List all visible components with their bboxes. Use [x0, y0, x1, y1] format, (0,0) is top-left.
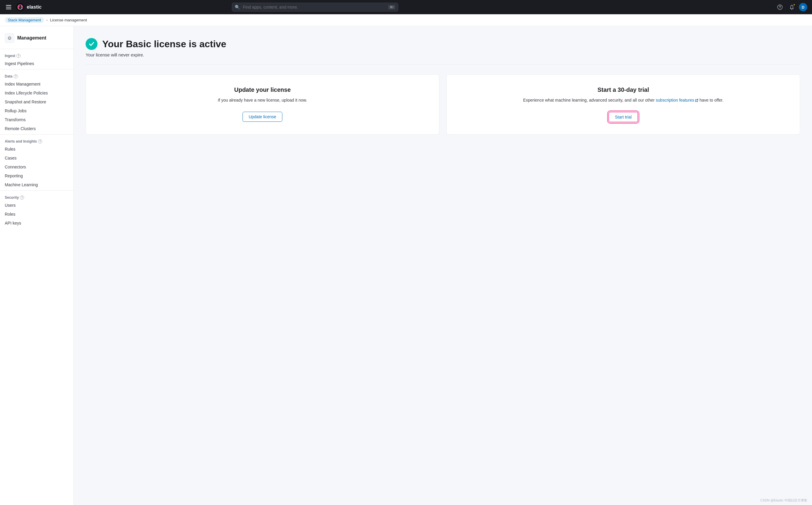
svg-point-2	[18, 5, 20, 7]
external-link-icon	[695, 99, 698, 102]
breadcrumb-current: License management	[50, 18, 87, 22]
sidebar-item-users[interactable]: Users	[0, 201, 74, 210]
user-avatar-button[interactable]: D	[799, 3, 807, 11]
sidebar-item-index-management[interactable]: Index Management	[0, 79, 74, 89]
management-icon: ⚙	[5, 33, 14, 43]
menu-toggle-button[interactable]	[5, 4, 12, 10]
sidebar-divider-3	[0, 190, 74, 191]
license-subtitle: Your license will never expire.	[86, 52, 800, 57]
update-license-card: Update your license If you already have …	[86, 74, 439, 135]
trial-card-title: Start a 30-day trial	[597, 87, 649, 93]
sidebar-item-machine-learning[interactable]: Machine Learning	[0, 180, 74, 189]
sidebar-title: Management	[17, 35, 46, 41]
breadcrumb-parent[interactable]: Stack Management	[5, 17, 44, 23]
license-active-icon	[86, 38, 98, 50]
sidebar-section-data: Data ?	[0, 71, 74, 79]
search-icon: 🔍	[235, 5, 240, 9]
sidebar-section-ingest: Ingest ?	[0, 50, 74, 59]
trial-desc-before: Experience what machine learning, advanc…	[523, 98, 656, 103]
elastic-logo-icon	[16, 3, 24, 11]
search-shortcut: ⌘/	[388, 5, 395, 9]
start-trial-card: Start a 30-day trial Experience what mac…	[446, 74, 800, 135]
sidebar: ⚙ Management Ingest ? Ingest Pipelines D…	[0, 26, 74, 505]
sidebar-item-api-keys[interactable]: API keys	[0, 219, 74, 227]
sidebar-item-ingest-pipelines[interactable]: Ingest Pipelines	[0, 59, 74, 68]
breadcrumb-bar: Stack Management › License management	[0, 14, 812, 26]
sidebar-item-reporting[interactable]: Reporting	[0, 171, 74, 180]
notifications-button[interactable]	[787, 2, 797, 12]
top-navigation: elastic 🔍 ⌘/ D	[0, 0, 812, 14]
sidebar-item-transforms[interactable]: Transforms	[0, 115, 74, 124]
sidebar-divider-1	[0, 69, 74, 69]
search-input[interactable]	[232, 3, 398, 12]
sidebar-item-connectors[interactable]: Connectors	[0, 163, 74, 171]
svg-point-5	[18, 7, 19, 9]
elastic-logo-text: elastic	[27, 4, 42, 10]
checkmark-icon	[88, 41, 95, 47]
sidebar-item-remote-clusters[interactable]: Remote Clusters	[0, 124, 74, 133]
content-divider	[86, 64, 800, 65]
svg-point-4	[21, 6, 22, 7]
help-button[interactable]	[775, 2, 785, 12]
security-help-icon[interactable]: ?	[20, 195, 24, 200]
sidebar-divider-2	[0, 134, 74, 135]
nav-right-actions: D	[775, 2, 807, 12]
sidebar-item-snapshot-restore[interactable]: Snapshot and Restore	[0, 98, 74, 106]
update-license-title: Update your license	[234, 87, 291, 93]
alerts-help-icon[interactable]: ?	[38, 139, 42, 144]
trial-card-desc: Experience what machine learning, advanc…	[523, 97, 723, 104]
help-icon	[777, 4, 783, 10]
license-header: Your Basic license is active	[86, 38, 800, 50]
sidebar-item-cases[interactable]: Cases	[0, 154, 74, 163]
data-help-icon[interactable]: ?	[14, 74, 18, 78]
global-search: 🔍 ⌘/	[232, 3, 398, 12]
elastic-logo[interactable]: elastic	[16, 3, 42, 11]
sidebar-section-alerts: Alerts and Insights ?	[0, 136, 74, 145]
sidebar-section-security: Security ?	[0, 192, 74, 201]
svg-point-0	[16, 3, 24, 11]
sidebar-item-roles[interactable]: Roles	[0, 210, 74, 219]
sidebar-header: ⚙ Management	[0, 31, 74, 47]
svg-point-6	[778, 5, 782, 9]
ingest-help-icon[interactable]: ?	[16, 54, 20, 58]
sidebar-item-index-lifecycle[interactable]: Index Lifecycle Policies	[0, 89, 74, 98]
license-cards: Update your license If you already have …	[86, 74, 800, 135]
license-title: Your Basic license is active	[102, 39, 226, 50]
notification-badge	[793, 4, 795, 6]
sidebar-divider-top	[0, 49, 74, 49]
breadcrumb-separator: ›	[46, 18, 47, 22]
main-content: Your Basic license is active Your licens…	[74, 26, 812, 505]
subscription-features-link[interactable]: subscription features	[656, 98, 698, 103]
update-license-button[interactable]: Update license	[243, 112, 283, 122]
svg-point-3	[21, 7, 22, 9]
sidebar-item-rules[interactable]: Rules	[0, 145, 74, 154]
update-license-desc: If you already have a new license, uploa…	[218, 97, 307, 104]
watermark: CSDN @Elastic 中国社区方博客	[760, 498, 807, 503]
trial-desc-after: have to offer.	[698, 98, 724, 103]
main-layout: ⚙ Management Ingest ? Ingest Pipelines D…	[0, 26, 812, 505]
start-trial-button[interactable]: Start trial	[608, 112, 638, 122]
svg-point-7	[780, 8, 780, 9]
sidebar-item-rollup-jobs[interactable]: Rollup Jobs	[0, 106, 74, 115]
